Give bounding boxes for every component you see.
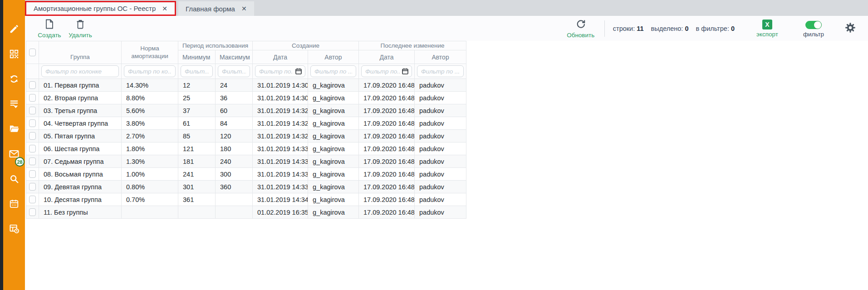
report-clock-icon: [9, 223, 20, 234]
window-edge-strip: [0, 0, 3, 290]
export-button[interactable]: X экспорт: [752, 20, 783, 38]
trash-icon: [75, 19, 86, 31]
filter-created-author-input[interactable]: [310, 65, 356, 77]
table-cell: 360: [216, 181, 253, 193]
filter-toggle-group: фильтр: [798, 19, 829, 38]
table-cell: 1.80%: [122, 143, 178, 155]
search-icon: [9, 174, 19, 184]
table-row[interactable]: 08. Восьмая группа1.00%24130031.01.2019 …: [26, 168, 466, 181]
table-cell: padukov: [415, 117, 466, 130]
filter-toggle[interactable]: [805, 21, 822, 29]
column-header-created-author[interactable]: Автор: [308, 50, 359, 64]
table-cell: 17.09.2020 16:48: [359, 143, 415, 155]
table-cell: 61: [178, 117, 216, 130]
row-checkbox[interactable]: [29, 196, 36, 203]
sidebar-item-feed[interactable]: [3, 91, 25, 116]
table-cell: 17.09.2020 16:48: [359, 206, 415, 219]
column-header-maximum[interactable]: Максимум: [216, 50, 253, 64]
rows-count: строки:11: [613, 25, 644, 32]
table-cell: 31.01.2019 14:32: [253, 104, 308, 117]
row-checkbox[interactable]: [29, 132, 36, 140]
create-button[interactable]: Создать: [34, 19, 65, 39]
filter-min-input[interactable]: [181, 65, 213, 77]
filter-modified-author-input[interactable]: [417, 65, 464, 77]
column-header-modified-author[interactable]: Автор: [415, 50, 466, 64]
sidebar-item-folder[interactable]: [3, 116, 25, 141]
calendar-icon[interactable]: [295, 68, 302, 77]
row-checkbox[interactable]: [29, 145, 36, 152]
table-row[interactable]: 05. Пятая группа2.70%8512031.01.2019 14:…: [26, 130, 466, 143]
table-body: 01. Первая группа14.30%122431.01.2019 14…: [26, 79, 466, 219]
row-checkbox[interactable]: [29, 81, 36, 89]
table-cell: [122, 206, 178, 219]
sidebar-item-calendar[interactable]: [3, 191, 25, 216]
column-header-rate[interactable]: Норма амортизации: [122, 41, 178, 64]
table-cell: 17.09.2020 16:48: [359, 168, 415, 181]
table-cell: 31.01.2019 14:32: [253, 130, 308, 143]
table-cell: 180: [216, 143, 253, 155]
calendar-icon[interactable]: [402, 68, 409, 77]
close-icon[interactable]: ✕: [162, 5, 167, 12]
row-checkbox[interactable]: [29, 170, 36, 178]
sidebar-item-mail[interactable]: 28: [3, 141, 25, 166]
row-checkbox[interactable]: [29, 157, 36, 165]
sidebar-item-edit[interactable]: [3, 16, 25, 41]
tab-bar: Амортизационные группы ОС - Реестр ✕ Гла…: [25, 0, 868, 16]
table-row[interactable]: 02. Вторая группа8.80%253631.01.2019 14:…: [26, 92, 466, 104]
table-row[interactable]: 06. Шестая группа1.80%12118031.01.2019 1…: [26, 143, 466, 155]
table-cell: 14.30%: [122, 79, 178, 92]
column-header-minimum[interactable]: Минимум: [178, 50, 216, 64]
tab-main-form[interactable]: Главная форма ✕: [178, 1, 254, 16]
filter-rate-input[interactable]: [124, 65, 176, 77]
tab-amortization-groups[interactable]: Амортизационные группы ОС - Реестр ✕: [25, 1, 176, 16]
table-row[interactable]: 10. Десятая группа0.70%36131.01.2019 14:…: [26, 193, 466, 206]
table-cell: 36: [216, 92, 253, 104]
table-row[interactable]: 04. Четвертая группа3.80%618431.01.2019 …: [26, 117, 466, 130]
table-cell: 8.80%: [122, 92, 178, 104]
feed-download-icon: [9, 99, 19, 109]
sync-icon: [9, 74, 19, 84]
main-area: Амортизационные группы ОС - Реестр ✕ Гла…: [25, 0, 868, 290]
table-cell: 24: [216, 79, 253, 92]
column-header-created-date[interactable]: Дата: [253, 50, 308, 64]
registry-table-container: Группа Норма амортизации Период использо…: [26, 41, 868, 219]
sidebar-item-sync[interactable]: [3, 66, 25, 91]
table-cell: 31.01.2019 14:30: [253, 79, 308, 92]
table-row[interactable]: 09. Девятая группа0.80%30136031.01.2019 …: [26, 181, 466, 193]
delete-button[interactable]: Удалить: [65, 19, 96, 39]
sidebar-item-search[interactable]: [3, 166, 25, 191]
row-checkbox[interactable]: [29, 94, 36, 102]
table-cell: 1.30%: [122, 155, 178, 168]
table-row[interactable]: 11. Без группы01.02.2019 16:35g_kagirova…: [26, 206, 466, 219]
refresh-button[interactable]: Обновить: [565, 19, 596, 39]
settings-button[interactable]: [844, 22, 856, 35]
row-checkbox[interactable]: [29, 208, 36, 216]
table-cell: 17.09.2020 16:48: [359, 104, 415, 117]
table-cell: padukov: [415, 168, 466, 181]
table-cell: 0.70%: [122, 193, 178, 206]
row-checkbox[interactable]: [29, 183, 36, 191]
select-all-checkbox[interactable]: [29, 49, 36, 56]
table-cell: 31.01.2019 14:33: [253, 155, 308, 168]
table-row[interactable]: 03. Третья группа5.60%376031.01.2019 14:…: [26, 104, 466, 117]
mail-badge: 28: [15, 157, 25, 167]
close-icon[interactable]: ✕: [241, 5, 247, 12]
row-checkbox[interactable]: [29, 119, 36, 127]
table-cell: 09. Девятая группа: [39, 181, 122, 193]
table-cell: 01.02.2019 16:35: [253, 206, 308, 219]
table-cell: padukov: [415, 155, 466, 168]
table-cell: padukov: [415, 193, 466, 206]
row-checkbox[interactable]: [29, 107, 36, 114]
sidebar-item-report[interactable]: [3, 216, 25, 241]
calendar-icon: [9, 199, 19, 209]
column-header-group[interactable]: Группа: [39, 41, 122, 64]
table-cell: 04. Четвертая группа: [39, 117, 122, 130]
filter-max-input[interactable]: [218, 65, 250, 77]
table-cell: 01. Первая группа: [39, 79, 122, 92]
table-cell: 31.01.2019 14:30: [253, 92, 308, 104]
table-row[interactable]: 01. Первая группа14.30%122431.01.2019 14…: [26, 79, 466, 92]
filter-group-input[interactable]: [41, 65, 119, 77]
table-row[interactable]: 07. Седьмая группа1.30%18124031.01.2019 …: [26, 155, 466, 168]
column-header-modified-date[interactable]: Дата: [359, 50, 415, 64]
sidebar-item-qr[interactable]: [3, 41, 25, 66]
